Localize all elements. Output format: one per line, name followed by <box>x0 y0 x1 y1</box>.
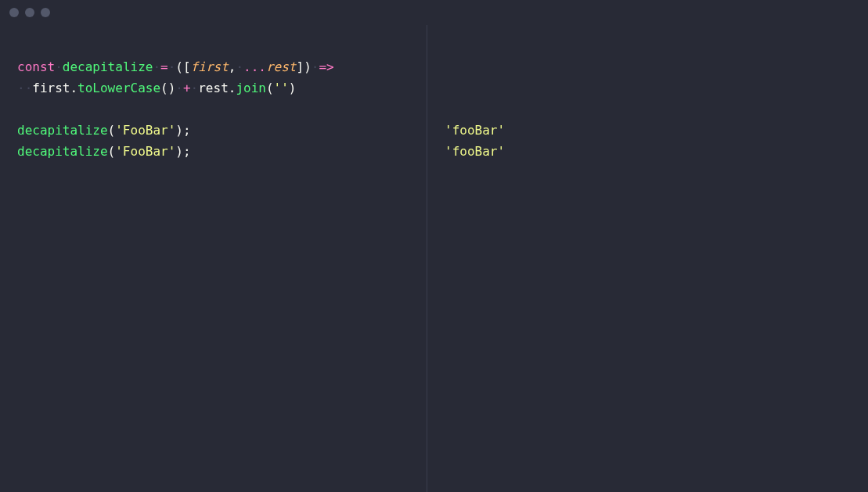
traffic-light-minimize-icon[interactable] <box>25 8 34 17</box>
output-blank-lines <box>445 56 868 120</box>
param-rest: rest <box>266 59 297 74</box>
output-line-1: 'fooBar' <box>445 120 868 141</box>
editor-pane[interactable]: const·decapitalize·=·([first,·...rest])·… <box>0 25 427 492</box>
keyword-const: const <box>17 59 55 74</box>
code-line-2: ··first.toLowerCase()·+·rest.join('') <box>17 77 427 99</box>
traffic-light-maximize-icon[interactable] <box>41 8 50 17</box>
traffic-light-close-icon[interactable] <box>9 8 19 17</box>
output-pane: 'fooBar''fooBar' <box>427 25 868 492</box>
param-first: first <box>191 59 229 74</box>
output-line-2: 'fooBar' <box>445 141 868 162</box>
code-line-5: decapitalize('FooBar'); <box>17 141 427 162</box>
method-tolowercase: toLowerCase <box>77 81 160 95</box>
code-line-3-blank <box>17 99 427 120</box>
titlebar <box>0 0 868 25</box>
method-join: join <box>236 81 266 95</box>
code-line-4: decapitalize('FooBar'); <box>17 120 427 141</box>
content-area: const·decapitalize·=·([first,·...rest])·… <box>0 25 868 492</box>
code-line-1: const·decapitalize·=·([first,·...rest])·… <box>17 56 427 77</box>
identifier-decapitalize: decapitalize <box>63 59 153 74</box>
